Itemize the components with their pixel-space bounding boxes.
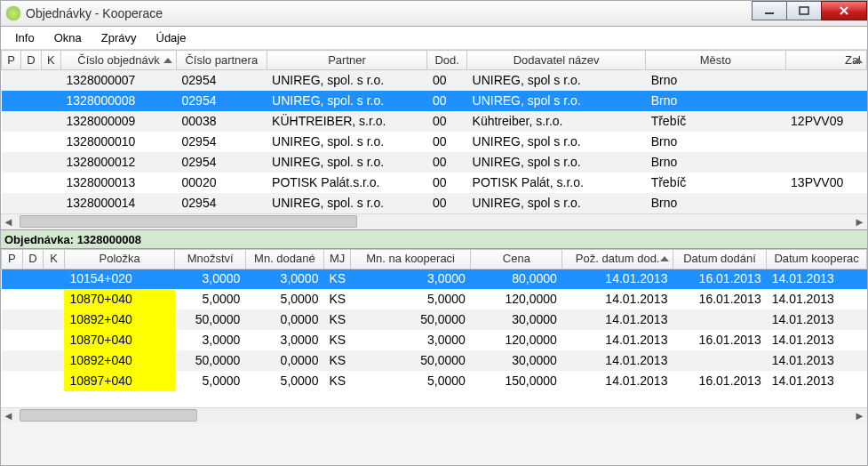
col-cislo-obj[interactable]: Číslo objednávk [61, 51, 177, 70]
cell: 5,0000 [175, 371, 245, 391]
scroll-right-icon[interactable]: ► [852, 408, 867, 423]
table-row[interactable]: 132800000802954UNIREG, spol. s r.o.00UNI… [2, 91, 867, 111]
table-row[interactable]: 132800001002954UNIREG, spol. s r.o.00UNI… [2, 132, 867, 152]
scroll-left-icon[interactable]: ◄ [1, 214, 16, 229]
dcol-mj[interactable]: MJ [323, 249, 350, 269]
table-row[interactable]: 10870+0403,00003,0000KS3,0000120,000014.… [2, 330, 867, 350]
table-row[interactable]: 10892+04050,00000,0000KS50,000030,000014… [2, 309, 867, 330]
cell: KS [323, 350, 350, 371]
cell: 16.01.2013 [673, 289, 766, 309]
menu-udaje[interactable]: Údaje [147, 29, 195, 46]
cell: Brno [646, 193, 785, 213]
cell: 00 [427, 152, 467, 173]
scroll-thumb[interactable] [20, 409, 197, 422]
col-cislo-part[interactable]: Číslo partnera [177, 51, 267, 70]
dcol-mn-koop[interactable]: Mn. na kooperaci [351, 249, 471, 269]
orders-grid[interactable]: P D K Číslo objednávk Číslo partnera Par… [1, 50, 867, 213]
dcol-datum-dodani[interactable]: Datum dodání [673, 249, 766, 269]
cell: UNIREG, spol s r.o. [467, 152, 646, 173]
col-d[interactable]: D [21, 51, 41, 70]
table-row[interactable]: 132800001402954UNIREG, spol. s r.o.00UNI… [2, 193, 867, 213]
dcol-d[interactable]: D [22, 249, 44, 269]
col-dodavatel[interactable]: Dodavatel název [467, 51, 646, 70]
cell: POTISK Palát, s.r.o. [467, 173, 646, 193]
col-k[interactable]: K [41, 51, 60, 70]
close-button[interactable] [821, 1, 867, 20]
col-zal[interactable]: Zal [785, 51, 866, 70]
cell: 1328000008 [61, 91, 177, 111]
orders-grid-header: P D K Číslo objednávk Číslo partnera Par… [2, 51, 867, 70]
dcol-mn-dodane[interactable]: Mn. dodané [245, 249, 323, 269]
dcol-cena[interactable]: Cena [471, 249, 562, 269]
scroll-right-icon[interactable]: ► [852, 214, 867, 229]
cell: UNIREG, spol s r.o. [467, 70, 646, 91]
cell: 16.01.2013 [673, 330, 766, 350]
col-dod[interactable]: Dod. [427, 51, 467, 70]
menubar: Info Okna Zprávy Údaje [1, 27, 867, 50]
cell: 1328000010 [61, 132, 177, 152]
scroll-left-icon[interactable]: ◄ [1, 408, 16, 423]
cell: 13PVV00 [785, 173, 866, 193]
cell: 80,0000 [471, 269, 562, 289]
table-row[interactable]: 10892+04050,00000,0000KS50,000030,000014… [2, 350, 867, 371]
table-row[interactable]: 10154+0203,00003,0000KS3,000080,000014.0… [2, 269, 867, 289]
col-mesto[interactable]: Město [646, 51, 785, 70]
cell: 5,0000 [245, 371, 323, 391]
cell: 120,0000 [471, 289, 562, 309]
cell: POTISK Palát.s.r.o. [267, 173, 427, 193]
dcol-k[interactable]: K [44, 249, 65, 269]
detail-hscroll[interactable]: ◄ ► [1, 407, 867, 423]
cell [2, 111, 21, 132]
titlebar[interactable]: Objednávky - Kooperace [0, 0, 868, 27]
table-row[interactable]: 10870+0405,00005,0000KS5,0000120,000014.… [2, 289, 867, 309]
cell [44, 269, 65, 289]
scroll-track[interactable] [16, 408, 852, 423]
window-buttons [753, 1, 867, 20]
table-row[interactable]: 10897+0405,00005,0000KS5,0000150,000014.… [2, 371, 867, 391]
cell: 00 [427, 193, 467, 213]
cell [2, 371, 23, 391]
cell: 1328000012 [61, 152, 177, 173]
dcol-p[interactable]: P [2, 249, 23, 269]
table-row[interactable]: 132800001300020POTISK Palát.s.r.o.00POTI… [2, 173, 867, 193]
cell: Třebíč [646, 111, 785, 132]
cell: 00038 [177, 111, 267, 132]
cell [2, 193, 21, 213]
scroll-track[interactable] [16, 214, 852, 229]
menu-info[interactable]: Info [6, 29, 44, 46]
cell [41, 132, 60, 152]
col-partner[interactable]: Partner [267, 51, 427, 70]
cell [41, 111, 60, 132]
cell: UNIREG, spol s r.o. [467, 132, 646, 152]
minimize-button[interactable] [752, 1, 787, 20]
cell: UNIREG, spol. s r.o. [267, 91, 427, 111]
cell: 14.01.2013 [562, 289, 673, 309]
table-row[interactable]: 132800001202954UNIREG, spol. s r.o.00UNI… [2, 152, 867, 173]
menu-okna[interactable]: Okna [45, 29, 91, 46]
dcol-polozka[interactable]: Položka [64, 249, 175, 269]
maximize-button[interactable] [786, 1, 822, 20]
cell: Brno [646, 152, 785, 173]
table-row[interactable]: 132800000702954UNIREG, spol. s r.o.00UNI… [2, 70, 867, 91]
cell: 50,0000 [175, 309, 245, 330]
cell: UNIREG, spol. s r.o. [267, 152, 427, 173]
cell [44, 330, 65, 350]
cell: 1328000014 [61, 193, 177, 213]
cell [2, 350, 23, 371]
detail-grid-wrap: P D K Položka Množství Mn. dodané MJ Mn.… [1, 249, 867, 408]
cell [673, 350, 766, 371]
table-row[interactable]: 132800000900038KÜHTREIBER, s.r.o.00Kühtr… [2, 111, 867, 132]
minimize-icon [764, 5, 775, 16]
dcol-mnozstvi[interactable]: Množství [175, 249, 245, 269]
col-p[interactable]: P [2, 51, 21, 70]
dcol-datum-koop[interactable]: Datum kooperac [767, 249, 867, 269]
orders-hscroll[interactable]: ◄ ► [1, 213, 867, 229]
cell [673, 309, 766, 330]
scroll-thumb[interactable] [20, 215, 357, 228]
menu-zpravy[interactable]: Zprávy [92, 29, 146, 46]
cell: UNIREG, spol. s r.o. [267, 132, 427, 152]
detail-grid[interactable]: P D K Položka Množství Mn. dodané MJ Mn.… [1, 249, 867, 392]
cell: 14.01.2013 [767, 350, 867, 371]
cell: KÜHTREIBER, s.r.o. [267, 111, 427, 132]
dcol-poz-datum[interactable]: Pož. datum dod. [562, 249, 673, 269]
